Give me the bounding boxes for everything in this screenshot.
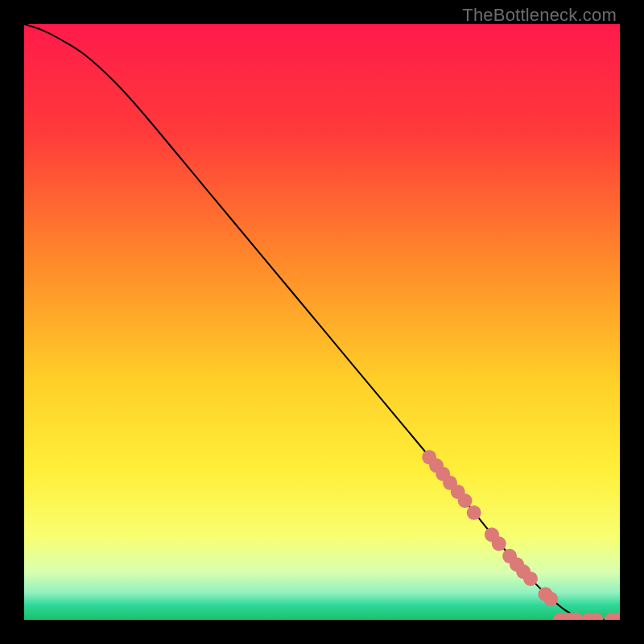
chart-stage: TheBottleneck.com: [0, 0, 644, 644]
watermark-text: TheBottleneck.com: [462, 5, 617, 26]
data-marker: [458, 493, 473, 508]
plot-area: [24, 24, 620, 620]
data-marker: [467, 506, 481, 520]
data-marker: [543, 592, 558, 606]
data-marker: [523, 572, 538, 586]
data-marker: [492, 536, 506, 551]
gradient-background: [24, 24, 620, 620]
chart-svg: [24, 24, 620, 620]
